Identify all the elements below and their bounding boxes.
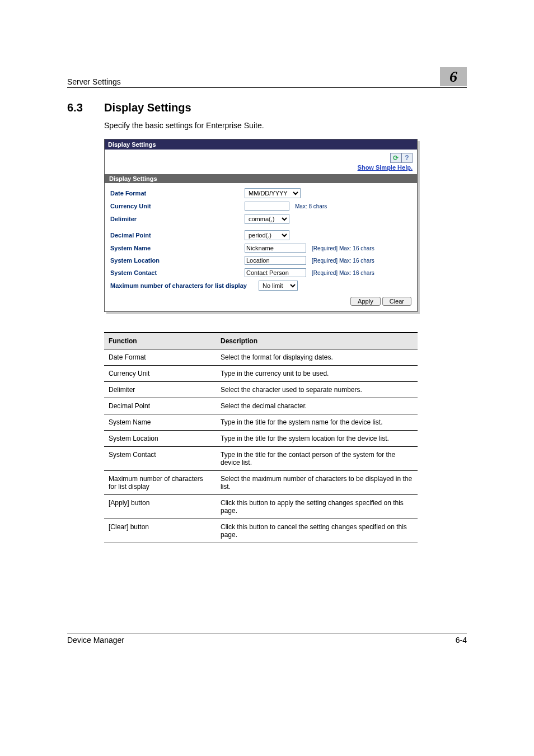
section-title: Display Settings [104,101,191,114]
th-description: Description [216,333,418,349]
system-location-input[interactable] [245,256,306,265]
description-table: Function Description Date FormatSelect t… [104,332,418,543]
section-number: 6.3 [67,101,90,114]
system-contact-note: [Required] Max: 16 chars [312,270,374,276]
footer-left: Device Manager [67,636,124,645]
table-row: [Clear] buttonClick this button to cance… [104,519,418,543]
table-row: Date FormatSelect the format for display… [104,349,418,366]
table-row: Maximum number of characters for list di… [104,471,418,495]
panel-title: Display Settings [105,139,417,150]
date-format-label: Date Format [105,190,245,197]
delimiter-label: Delimiter [105,216,245,222]
table-row: Decimal PointSelect the decimal characte… [104,398,418,414]
max-chars-select[interactable]: No limit [259,281,298,291]
decimal-point-label: Decimal Point [105,232,245,239]
system-location-note: [Required] Max: 16 chars [312,258,374,264]
table-row: DelimiterSelect the character used to se… [104,382,418,398]
refresh-icon[interactable]: ⟳ [390,153,401,163]
date-format-select[interactable]: MM/DD/YYYY [245,188,301,198]
apply-button[interactable]: Apply [350,297,381,306]
section-intro: Specify the basic settings for Enterpris… [104,121,467,130]
page-footer: Device Manager 6-4 [67,633,467,645]
screenshot-panel: Display Settings ⟳ ? Show Simple Help. D… [104,139,418,312]
help-icon[interactable]: ? [401,153,413,163]
table-row: Currency UnitType in the currency unit t… [104,366,418,382]
header-section: Server Settings [67,77,121,86]
chapter-number: 6 [440,67,467,86]
page-header: Server Settings 6 [67,67,467,88]
system-location-label: System Location [105,257,245,264]
system-contact-label: System Contact [105,269,245,276]
show-simple-help-link[interactable]: Show Simple Help. [358,164,413,171]
system-name-input[interactable] [245,244,306,253]
section-heading: 6.3 Display Settings [67,101,467,114]
table-row: System LocationType in the title for the… [104,431,418,447]
table-row: System NameType in the title for the sys… [104,414,418,431]
table-row: System ContactType in the title for the … [104,447,418,471]
decimal-point-select[interactable]: period(.) [245,230,289,240]
system-name-label: System Name [105,245,245,251]
th-function: Function [104,333,216,349]
currency-unit-input[interactable] [245,202,289,211]
settings-section-header: Display Settings [105,174,417,183]
table-row: [Apply] buttonClick this button to apply… [104,495,418,519]
currency-note: Max: 8 chars [295,203,327,209]
max-chars-label: Maximum number of characters for list di… [105,282,259,289]
system-name-note: [Required] Max: 16 chars [312,245,374,251]
footer-right: 6-4 [456,636,467,645]
delimiter-select[interactable]: comma(,) [245,214,289,224]
currency-unit-label: Currency Unit [105,203,245,209]
clear-button[interactable]: Clear [382,297,411,306]
system-contact-input[interactable] [245,268,306,277]
